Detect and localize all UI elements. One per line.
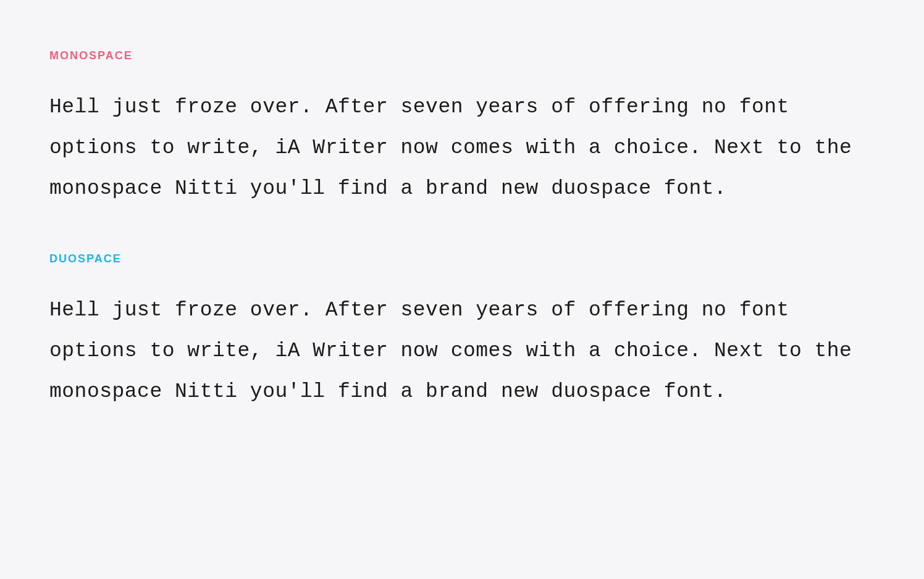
duospace-label: DUOSPACE [49, 252, 875, 265]
monospace-section: MONOSPACE Hell just froze over. After se… [49, 49, 875, 209]
duospace-section: DUOSPACE Hell just froze over. After sev… [49, 252, 875, 412]
monospace-label: MONOSPACE [49, 49, 875, 62]
duospace-body-text: Hell just froze over. After seven years … [49, 290, 875, 412]
monospace-body-text: Hell just froze over. After seven years … [49, 87, 875, 209]
